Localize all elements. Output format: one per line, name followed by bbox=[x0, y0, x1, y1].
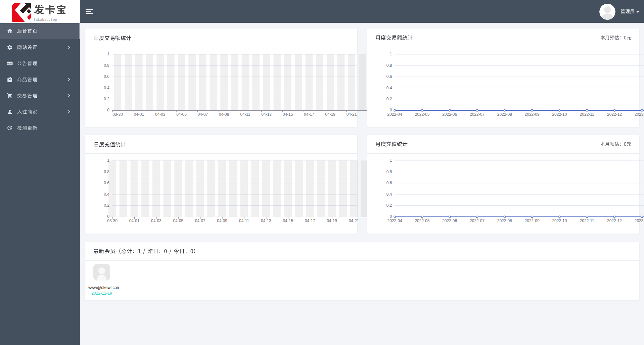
svg-text:04-03: 04-03 bbox=[155, 112, 166, 117]
svg-text:0.8: 0.8 bbox=[386, 169, 392, 174]
svg-text:2022-07: 2022-07 bbox=[470, 218, 485, 223]
svg-text:2022-08: 2022-08 bbox=[497, 218, 512, 223]
svg-text:2022-04: 2022-04 bbox=[387, 112, 402, 117]
svg-text:0: 0 bbox=[390, 214, 392, 219]
svg-text:0.8: 0.8 bbox=[386, 63, 392, 68]
svg-text:2022-06: 2022-06 bbox=[442, 112, 457, 117]
svg-text:2022-07: 2022-07 bbox=[470, 112, 485, 117]
svg-text:04-01: 04-01 bbox=[129, 218, 140, 223]
svg-text:03-30: 03-30 bbox=[112, 112, 123, 117]
svg-text:1: 1 bbox=[390, 158, 392, 163]
svg-text:2022-12: 2022-12 bbox=[607, 218, 622, 223]
svg-text:04-19: 04-19 bbox=[327, 218, 337, 223]
svg-text:04-21: 04-21 bbox=[349, 218, 359, 223]
svg-text:0.4: 0.4 bbox=[104, 86, 109, 90]
svg-text:04-13: 04-13 bbox=[261, 112, 272, 117]
svg-text:0.6: 0.6 bbox=[386, 74, 392, 79]
svg-text:2022-12: 2022-12 bbox=[607, 112, 622, 117]
svg-text:04-07: 04-07 bbox=[197, 112, 208, 117]
svg-text:1: 1 bbox=[107, 158, 109, 163]
svg-text:04-03: 04-03 bbox=[151, 218, 162, 223]
svg-text:04-17: 04-17 bbox=[305, 218, 315, 223]
svg-text:2022-05: 2022-05 bbox=[415, 112, 429, 117]
svg-text:2023-01: 2023-01 bbox=[635, 218, 644, 223]
svg-text:1: 1 bbox=[390, 52, 392, 56]
svg-text:2022-06: 2022-06 bbox=[442, 218, 457, 223]
svg-text:0.4: 0.4 bbox=[104, 192, 109, 197]
svg-text:0.6: 0.6 bbox=[386, 181, 392, 185]
svg-text:0.2: 0.2 bbox=[104, 203, 109, 208]
svg-text:04-21: 04-21 bbox=[347, 112, 357, 117]
svg-text:1: 1 bbox=[107, 52, 109, 56]
svg-text:2022-05: 2022-05 bbox=[415, 218, 429, 223]
svg-text:0.4: 0.4 bbox=[386, 86, 392, 90]
svg-text:0.2: 0.2 bbox=[386, 203, 392, 208]
svg-text:0: 0 bbox=[390, 108, 392, 112]
svg-text:0.6: 0.6 bbox=[104, 181, 109, 185]
svg-text:2022-11: 2022-11 bbox=[580, 218, 594, 223]
svg-text:2022-09: 2022-09 bbox=[525, 112, 540, 117]
svg-text:NEW: NEW bbox=[7, 63, 12, 65]
svg-text:0.4: 0.4 bbox=[386, 192, 392, 197]
svg-text:04-15: 04-15 bbox=[283, 112, 293, 117]
svg-text:2022-08: 2022-08 bbox=[497, 112, 512, 117]
svg-text:04-13: 04-13 bbox=[261, 218, 271, 223]
svg-text:04-11: 04-11 bbox=[240, 112, 250, 117]
svg-text:0: 0 bbox=[107, 108, 109, 112]
svg-text:2022-10: 2022-10 bbox=[552, 218, 567, 223]
svg-text:04-07: 04-07 bbox=[195, 218, 205, 223]
svg-text:04-05: 04-05 bbox=[173, 218, 183, 223]
svg-text:04-19: 04-19 bbox=[325, 112, 335, 117]
svg-text:04-01: 04-01 bbox=[134, 112, 144, 117]
svg-text:0.8: 0.8 bbox=[104, 169, 109, 174]
svg-text:04-17: 04-17 bbox=[304, 112, 314, 117]
svg-text:04-09: 04-09 bbox=[217, 218, 227, 223]
svg-text:03-30: 03-30 bbox=[107, 218, 118, 223]
svg-text:0.6: 0.6 bbox=[104, 74, 109, 79]
svg-text:04-15: 04-15 bbox=[283, 218, 293, 223]
svg-text:0.8: 0.8 bbox=[104, 63, 109, 68]
svg-text:0.2: 0.2 bbox=[104, 97, 109, 101]
svg-text:04-11: 04-11 bbox=[239, 218, 249, 223]
svg-text:2022-10: 2022-10 bbox=[552, 112, 567, 117]
svg-text:2022-09: 2022-09 bbox=[525, 218, 540, 223]
svg-text:2023-01: 2023-01 bbox=[635, 112, 644, 117]
svg-text:0: 0 bbox=[107, 214, 109, 219]
svg-text:2022-11: 2022-11 bbox=[580, 112, 594, 117]
svg-text:04-05: 04-05 bbox=[176, 112, 187, 117]
svg-text:2022-04: 2022-04 bbox=[387, 218, 402, 223]
svg-text:0.2: 0.2 bbox=[386, 97, 392, 101]
svg-text:04-09: 04-09 bbox=[219, 112, 229, 117]
